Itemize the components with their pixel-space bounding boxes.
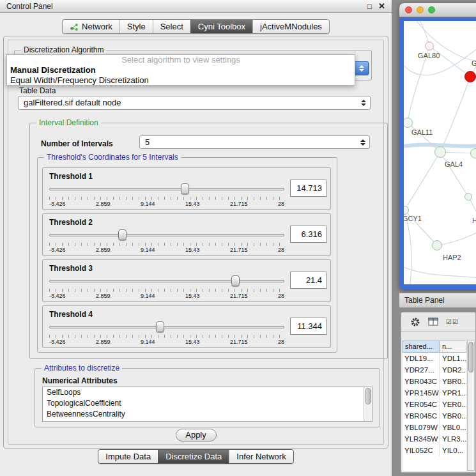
tab-impute-data[interactable]: Impute Data <box>98 450 158 463</box>
threshold-1-slider[interactable]: -3.426 2.859 9.144 15.43 21.715 28 <box>49 182 284 208</box>
cell[interactable]: YBR043C <box>403 376 440 387</box>
tab-style[interactable]: Style <box>119 20 153 33</box>
numerical-attributes-list[interactable]: SelfLoops TopologicalCoefficient Between… <box>42 387 372 422</box>
minimize-traffic-light-icon[interactable] <box>417 6 424 13</box>
combo-stepper-icon[interactable] <box>360 96 367 109</box>
cell[interactable]: YBR045C <box>403 410 440 422</box>
gear-icon[interactable] <box>410 317 420 327</box>
network-node[interactable] <box>464 71 476 82</box>
tab-select[interactable]: Select <box>153 20 190 33</box>
node-table: shared... n... YDL19... YDL1... YDR27...… <box>403 341 466 471</box>
table-row[interactable]: YLR345W YLR3... <box>403 433 466 445</box>
scale-label: 15.43 <box>185 293 200 299</box>
cell[interactable]: YDR2... <box>440 364 466 376</box>
column-header-name[interactable]: n... <box>440 341 466 353</box>
tab-network[interactable]: Network <box>63 20 119 33</box>
close-window-icon[interactable]: ✕ <box>378 1 385 11</box>
tab-jactivemodules[interactable]: jActiveMNodules <box>252 20 329 33</box>
list-item[interactable]: TopologicalCoefficient <box>43 398 372 409</box>
close-traffic-light-icon[interactable] <box>405 6 412 13</box>
network-node[interactable] <box>464 193 472 201</box>
slider-track[interactable] <box>49 326 284 328</box>
cell[interactable]: YBR0... <box>440 410 466 422</box>
zoom-traffic-light-icon[interactable] <box>428 6 435 13</box>
network-canvas[interactable]: GAL80GAGAL11GAL4GCY1HHAP2 <box>404 21 476 284</box>
slider-scale: -3.426 2.859 9.144 15.43 21.715 28 <box>49 293 284 299</box>
float-window-icon[interactable]: □ <box>367 2 372 11</box>
tab-label: Cyni Toolbox <box>198 22 245 31</box>
tab-infer-network[interactable]: Infer Network <box>229 450 293 463</box>
network-node[interactable] <box>425 42 434 50</box>
number-of-intervals-combobox[interactable]: 5 <box>139 135 370 149</box>
cell[interactable]: YBR0... <box>440 376 466 387</box>
table-scrollbar[interactable] <box>467 341 475 471</box>
scrollbar-thumb[interactable] <box>365 388 371 404</box>
table-row[interactable]: YIL052C YIL0... <box>403 445 466 456</box>
tab-discretize-data[interactable]: Discretize Data <box>158 450 229 463</box>
list-item[interactable]: SelfLoops <box>43 387 372 398</box>
network-node[interactable] <box>432 240 442 250</box>
table-row[interactable]: YDR27... YDR2... <box>403 364 466 376</box>
cell[interactable]: YBL0... <box>440 422 466 433</box>
cell[interactable]: YIL052C <box>403 445 440 456</box>
cell[interactable]: YDR27... <box>403 364 440 376</box>
scale-label: 21.715 <box>230 247 248 253</box>
threshold-2-value[interactable]: 6.316 <box>290 226 326 243</box>
cell[interactable]: YDL19... <box>403 353 440 364</box>
threshold-2-slider[interactable]: -3.426 2.859 9.144 15.43 21.715 28 <box>49 228 284 254</box>
threshold-3-value[interactable]: 21.4 <box>290 272 326 289</box>
scrollbar-thumb[interactable] <box>468 342 473 372</box>
table-row[interactable]: YPR145W YPR1... <box>403 387 466 399</box>
cell[interactable]: YER054C <box>403 399 440 410</box>
slider-thumb[interactable] <box>118 229 127 240</box>
threshold-3-slider[interactable]: -3.426 2.859 9.144 15.43 21.715 28 <box>49 274 284 300</box>
cell[interactable]: YLR345W <box>403 433 440 445</box>
select-all-columns-icon[interactable]: ☑☑ <box>446 318 459 325</box>
table-panel-header[interactable]: Table Panel <box>399 293 476 308</box>
scale-label: -3.426 <box>49 247 66 253</box>
table-row[interactable]: YBL079W YBL0... <box>403 422 466 433</box>
cell[interactable]: YPR145W <box>403 387 440 399</box>
network-window-titlebar[interactable] <box>399 3 476 17</box>
table-row[interactable]: YBR045C YBR0... <box>403 410 466 422</box>
scale-label: 28 <box>278 247 284 253</box>
slider-thumb[interactable] <box>156 321 164 332</box>
table-row[interactable]: YDL19... YDL1... <box>403 353 466 364</box>
scale-label: 28 <box>278 201 284 207</box>
list-scrollbar[interactable] <box>364 387 372 421</box>
table-row[interactable]: YBR043C YBR0... <box>403 376 466 387</box>
column-header-shared-name[interactable]: shared... <box>403 341 440 353</box>
threshold-1-value[interactable]: 14.713 <box>290 180 326 197</box>
cell[interactable]: YIL0... <box>440 445 466 456</box>
slider-track[interactable] <box>49 234 284 236</box>
network-node[interactable] <box>434 146 446 158</box>
slider-scale: -3.426 2.859 9.144 15.43 21.715 28 <box>49 339 284 345</box>
cell[interactable]: YPR1... <box>440 387 466 399</box>
dropdown-option-manual-discretization[interactable]: Manual Discretization <box>7 65 355 75</box>
combo-stepper-icon[interactable] <box>355 61 369 75</box>
cell[interactable]: YDL1... <box>440 353 466 364</box>
cell[interactable]: YBL079W <box>403 422 440 433</box>
slider-thumb[interactable] <box>181 183 189 194</box>
dropdown-option-equal-width-frequency[interactable]: Equal Width/Frequency Discretization <box>7 75 355 86</box>
slider-track[interactable] <box>49 188 284 190</box>
threshold-4-value[interactable]: 11.344 <box>290 318 326 335</box>
network-node[interactable] <box>470 148 476 158</box>
cell[interactable]: YLR3... <box>440 433 466 445</box>
list-item[interactable]: BetweennessCentrality <box>43 409 372 420</box>
group-title: Attributes to discretize <box>42 364 122 372</box>
tab-cyni-toolbox[interactable]: Cyni Toolbox <box>190 20 252 33</box>
table-row[interactable]: YER054C YER0... <box>403 399 466 410</box>
table-data-combobox[interactable]: galFiltered.sif default node <box>18 96 371 110</box>
apply-button[interactable]: Apply <box>176 429 217 441</box>
scale-label: 2.859 <box>96 339 111 345</box>
combo-stepper-icon[interactable] <box>359 136 367 148</box>
network-frame: GAL80GAGAL11GAL4GCY1HHAP2 <box>399 17 476 289</box>
control-panel-titlebar[interactable]: Control Panel □ ✕ <box>0 0 392 13</box>
slider-track[interactable] <box>49 280 284 282</box>
scale-label: -3.426 <box>49 201 66 207</box>
slider-thumb[interactable] <box>231 275 240 286</box>
table-columns-icon[interactable] <box>428 318 438 326</box>
threshold-4-slider[interactable]: -3.426 2.859 9.144 15.43 21.715 28 <box>49 320 284 346</box>
cell[interactable]: YER0... <box>440 399 466 410</box>
